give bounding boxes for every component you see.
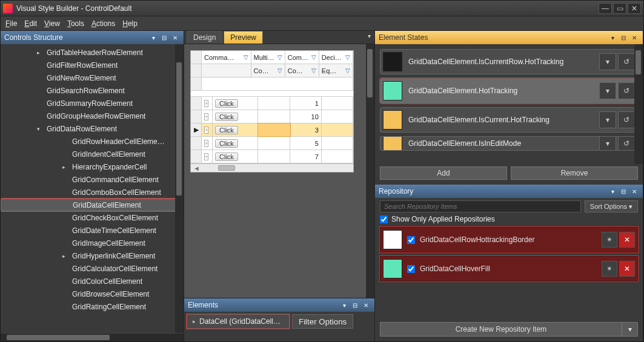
grid-data-cell[interactable]	[322, 123, 353, 136]
grid-data-row[interactable]: + Click 7	[191, 150, 353, 163]
grid-expand-cell[interactable]: +	[202, 123, 213, 136]
menu-help[interactable]: Help	[122, 19, 138, 28]
filter-icon[interactable]: ▽	[277, 54, 282, 61]
menu-view[interactable]: View	[44, 19, 60, 28]
expand-icon[interactable]	[60, 291, 67, 298]
grid-expand-cell[interactable]: +	[202, 150, 213, 163]
filter-icon[interactable]: ▽	[244, 54, 248, 61]
filter-icon[interactable]: ▽	[345, 67, 350, 74]
panel-close-icon[interactable]: ✕	[170, 33, 180, 42]
expand-icon[interactable]	[60, 214, 67, 222]
tree-item[interactable]: ▸GridHyperlinkCellElement	[1, 249, 184, 262]
panel-dropdown-icon[interactable]: ▾	[339, 301, 349, 309]
tree-item[interactable]: GridCommandCellElement	[1, 173, 184, 186]
expand-icon[interactable]	[60, 278, 67, 285]
state-dropdown-button[interactable]: ▾	[599, 53, 616, 70]
grid-command-button[interactable]: Click	[215, 126, 238, 134]
repo-delete-button[interactable]: ✕	[619, 232, 635, 248]
tree-item[interactable]: GridRowHeaderCellEleme…	[1, 135, 184, 148]
show-only-applied-checkbox[interactable]	[380, 215, 388, 223]
grid-data-row[interactable]: ▶ + Click 3	[191, 123, 353, 137]
grid-data-cell[interactable]	[258, 97, 290, 110]
panel-dropdown-icon[interactable]: ▾	[608, 33, 617, 42]
grid-data-cell[interactable]	[322, 97, 353, 110]
filter-icon[interactable]: ▽	[311, 67, 316, 74]
tree-item[interactable]: GridSummaryRowElement	[1, 97, 184, 110]
expand-icon[interactable]: ▸	[35, 49, 42, 56]
element-item-datacell[interactable]: ▸ DataCell (GridDataCell…	[187, 314, 290, 329]
expand-icon[interactable]: ▸	[60, 252, 67, 260]
grid-data-cell[interactable]	[322, 150, 353, 163]
expand-icon[interactable]: ▾	[35, 125, 42, 133]
tree-item[interactable]: GridNewRowElement	[1, 71, 184, 84]
tree-hscroll[interactable]	[1, 333, 184, 341]
element-state-item[interactable]: GridDataCellElement.HotTracking ▾ ↺	[380, 78, 638, 104]
expand-icon[interactable]	[60, 151, 67, 158]
grid-data-cell[interactable]	[258, 110, 290, 123]
grid-hscroll[interactable]: ◄	[191, 163, 353, 172]
menu-edit[interactable]: Edit	[24, 19, 37, 28]
state-dropdown-button[interactable]: ▾	[599, 136, 616, 151]
menu-file[interactable]: File	[5, 19, 17, 28]
repo-apply-checkbox[interactable]	[407, 236, 415, 244]
panel-dropdown-icon[interactable]: ▾	[148, 33, 158, 42]
grid-data-cell[interactable]	[258, 123, 290, 136]
tree-item[interactable]: GridDateTimeCellElement	[1, 224, 184, 237]
create-repository-dropdown[interactable]: ▾	[622, 322, 638, 337]
grid-preview[interactable]: Comma…▽ Multi…▽ Com…▽ Deci…▽ Co…▽ Co…▽ E…	[190, 50, 354, 173]
grid-column-header[interactable]: Multi…▽	[251, 51, 285, 64]
grid-data-cell[interactable]	[322, 110, 353, 123]
expand-icon[interactable]	[60, 265, 67, 272]
grid-data-cell[interactable]: 3	[290, 123, 322, 136]
tree-item[interactable]: GridGroupHeaderRowElement	[1, 110, 184, 122]
repo-apply-checkbox[interactable]	[407, 265, 415, 273]
tree-item[interactable]: GridColorCellElement	[1, 275, 184, 288]
grid-data-row[interactable]: + Click 1	[191, 97, 353, 110]
controls-tree[interactable]: ▸GridTableHeaderRowElementGridFilterRowE…	[1, 44, 184, 333]
expand-icon[interactable]	[60, 176, 67, 183]
panel-pin-icon[interactable]: ⊟	[159, 33, 169, 42]
state-reset-button[interactable]: ↺	[618, 82, 635, 99]
tree-item[interactable]: GridBrowseCellElement	[1, 288, 184, 300]
expand-icon[interactable]	[35, 74, 42, 82]
add-state-button[interactable]: Add	[380, 166, 507, 180]
tree-item[interactable]: GridFilterRowElement	[1, 59, 184, 71]
grid-data-row[interactable]: + Click 10	[191, 110, 353, 123]
repo-edit-button[interactable]: ✴	[602, 261, 617, 277]
create-repository-item-button[interactable]: Create New Repository Item	[380, 322, 622, 337]
grid-data-row[interactable]: + Click 5	[191, 137, 353, 150]
filter-icon[interactable]: ▽	[311, 54, 316, 61]
grid-command-button[interactable]: Click	[215, 153, 238, 161]
state-dropdown-button[interactable]: ▾	[599, 111, 616, 128]
grid-data-cell[interactable]	[322, 137, 353, 150]
remove-state-button[interactable]: Remove	[511, 166, 638, 180]
grid-filter-cell[interactable]: Co…▽	[285, 64, 319, 77]
expand-icon[interactable]	[35, 113, 42, 120]
repository-search-input[interactable]	[380, 200, 581, 212]
expand-icon[interactable]	[60, 240, 67, 247]
repository-item[interactable]: GridDataCellRowHottrackingBorder ✴ ✕	[380, 227, 638, 252]
tree-item[interactable]: GridSearchRowElement	[1, 84, 184, 97]
grid-data-cell[interactable]	[258, 150, 290, 163]
grid-filter-cell[interactable]: Co…▽	[251, 64, 285, 77]
tree-item[interactable]: ▸GridTableHeaderRowElement	[1, 46, 184, 59]
expand-icon[interactable]	[60, 138, 67, 145]
repo-edit-button[interactable]: ✴	[602, 232, 617, 248]
expand-icon[interactable]: ▸	[60, 163, 67, 171]
tree-item[interactable]: GridComboBoxCellElement	[1, 186, 184, 199]
close-button[interactable]: ✕	[628, 3, 641, 14]
expand-icon[interactable]: ▸	[191, 318, 197, 324]
states-vscroll[interactable]	[634, 44, 643, 164]
state-reset-button[interactable]: ↺	[618, 53, 635, 70]
grid-expand-cell[interactable]: +	[202, 97, 213, 110]
grid-data-cell[interactable]: 7	[290, 150, 322, 163]
tab-preview[interactable]: Preview	[224, 31, 263, 44]
grid-command-button[interactable]: Click	[215, 99, 238, 108]
minimize-button[interactable]: —	[599, 3, 612, 14]
tree-item[interactable]: GridImageCellElement	[1, 237, 184, 249]
tree-item[interactable]: ▸HierarchyExpanderCell	[1, 160, 184, 173]
tree-item[interactable]: GridRatingCellElement	[1, 300, 184, 313]
state-reset-button[interactable]: ↺	[618, 111, 635, 128]
element-state-item[interactable]: GridDataCellElement.IsInEditMode ▾ ↺	[380, 136, 638, 151]
expand-icon[interactable]	[61, 202, 68, 209]
